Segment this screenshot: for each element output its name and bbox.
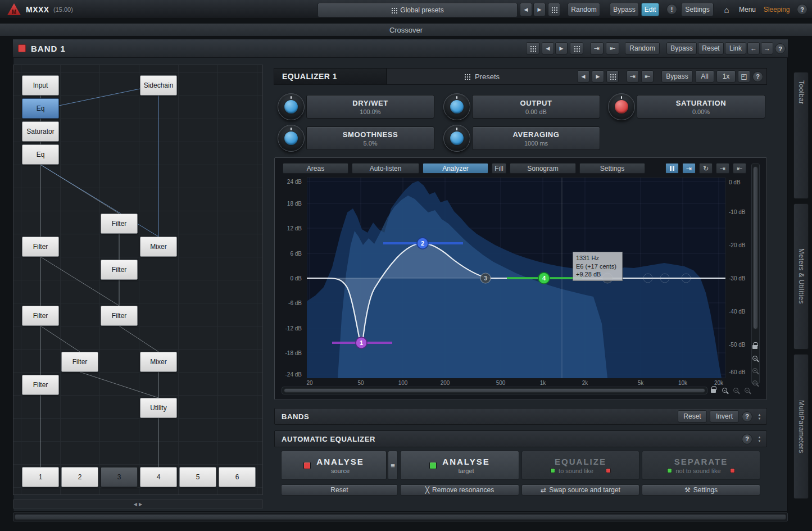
band-help-button[interactable]: ? xyxy=(775,43,786,54)
bands-reset-button[interactable]: Reset xyxy=(678,410,707,423)
zoom-lock-icon[interactable] xyxy=(752,345,757,349)
graph-vertical-scrollbar[interactable] xyxy=(751,164,760,384)
smoothness-value-panel[interactable]: SMOOTHNESS 5.0% xyxy=(306,126,434,150)
band-morph-in-icon[interactable]: ⇥ xyxy=(590,42,604,55)
bands-help-button[interactable]: ? xyxy=(742,411,752,422)
bypass-button[interactable]: Bypass xyxy=(610,3,639,16)
output-slot-4[interactable]: 4 xyxy=(140,467,177,487)
tab-settings[interactable]: Settings xyxy=(579,163,645,174)
saturation-value-panel[interactable]: SATURATION 0.00% xyxy=(637,95,765,119)
auto-eq-settings-button[interactable]: ⚒ Settings xyxy=(642,484,760,496)
output-knob[interactable] xyxy=(443,93,470,120)
zoom-out-icon[interactable] xyxy=(752,368,757,373)
settings-button[interactable]: Settings xyxy=(681,3,714,16)
saturation-knob[interactable] xyxy=(608,93,635,120)
eq-preset-manager-button[interactable] xyxy=(606,70,619,83)
band-morph-out-icon[interactable]: ⇤ xyxy=(606,42,619,55)
auto-eq-collapse-spinner[interactable]: ▲▼ xyxy=(755,432,764,446)
h-zoom-lock-icon[interactable] xyxy=(711,389,716,393)
analyse-source-menu-button[interactable]: ≡ xyxy=(388,451,398,480)
equalizer-title[interactable]: EQUALIZER 1 xyxy=(274,69,387,84)
prev-global-preset-button[interactable]: ◀ xyxy=(520,3,532,16)
panel-resize-handle[interactable]: ◀ ▶ xyxy=(13,499,263,509)
bands-collapse-spinner[interactable]: ▲▼ xyxy=(755,410,764,423)
zoom-in-icon[interactable] xyxy=(752,356,757,361)
meters-utilities-panel-tab[interactable]: Meters & Utilities xyxy=(793,203,809,350)
band-reset-button[interactable]: Reset xyxy=(698,42,724,55)
band-next-preset-button[interactable]: ▶ xyxy=(555,42,568,55)
multiparameters-panel-tab[interactable]: MultiParameters xyxy=(793,354,809,499)
output-slot-2[interactable]: 2 xyxy=(61,467,98,487)
band-random-button[interactable]: Random xyxy=(625,42,660,55)
bands-invert-button[interactable]: Invert xyxy=(710,410,739,423)
eq-multiplier-button[interactable]: 1x xyxy=(716,70,736,83)
smoothness-knob[interactable] xyxy=(278,125,305,152)
zoom-reset-icon[interactable] xyxy=(752,380,757,385)
h-zoom-in-icon[interactable] xyxy=(722,388,727,393)
export-button[interactable]: ⇥ xyxy=(716,163,729,174)
eq-bypass-button[interactable]: Bypass xyxy=(661,70,693,83)
info-icon[interactable]: ! xyxy=(666,4,677,15)
analyse-target-button[interactable]: ANALYSE target xyxy=(400,451,519,480)
analyse-source-button[interactable]: ANALYSE source xyxy=(281,451,387,480)
module-filter[interactable]: Filter xyxy=(61,352,98,372)
eq-plot[interactable]: 1 2 3 4 xyxy=(307,178,725,378)
module-filter[interactable]: Filter xyxy=(22,375,59,395)
module-filter[interactable]: Filter xyxy=(101,306,138,326)
sleeping-indicator[interactable]: Sleeping xyxy=(760,3,793,16)
global-presets-button[interactable]: Global presets xyxy=(317,3,518,17)
auto-eq-help-button[interactable]: ? xyxy=(742,434,752,444)
output-slot-5[interactable]: 5 xyxy=(179,467,216,487)
averaging-value-panel[interactable]: AVERAGING 1000 ms xyxy=(472,126,600,150)
normalize-button[interactable]: ⇥ xyxy=(682,163,696,174)
eq-detach-icon[interactable]: ◰ xyxy=(738,70,750,83)
next-band-button[interactable]: → xyxy=(761,42,773,55)
swap-source-target-button[interactable]: ⇄ Swap source and target xyxy=(521,484,639,496)
module-utility[interactable]: Utility xyxy=(140,398,177,418)
import-button[interactable]: ⇤ xyxy=(733,163,746,174)
graph-horizontal-scrollbar[interactable] xyxy=(282,387,707,394)
eq-morph-out-icon[interactable]: ⇤ xyxy=(641,70,654,83)
eq-all-button[interactable]: All xyxy=(695,70,714,83)
eq-next-preset-button[interactable]: ▶ xyxy=(592,70,604,83)
averaging-knob[interactable] xyxy=(443,125,470,152)
band-window-button[interactable] xyxy=(570,42,583,55)
eq-prev-preset-button[interactable]: ◀ xyxy=(577,70,589,83)
menu-button[interactable]: Menu xyxy=(735,3,760,16)
separate-button[interactable]: SEPARATE not to sound like xyxy=(642,451,760,480)
home-icon[interactable]: ⌂ xyxy=(720,3,733,16)
equalize-button[interactable]: EQUALIZE to sound like xyxy=(521,451,639,480)
next-global-preset-button[interactable]: ▶ xyxy=(533,3,546,16)
tab-sonogram[interactable]: Sonogram xyxy=(510,163,576,174)
preset-manager-button[interactable] xyxy=(548,3,560,16)
random-button[interactable]: Random xyxy=(568,3,600,16)
tab-areas[interactable]: Areas xyxy=(283,163,348,174)
module-mixer[interactable]: Mixer xyxy=(140,237,177,257)
pause-analyzer-button[interactable] xyxy=(665,163,679,174)
dry-wet-knob[interactable] xyxy=(278,93,305,120)
toolbar-panel-tab[interactable]: Toolbar xyxy=(793,72,809,199)
edit-button[interactable]: Edit xyxy=(641,3,659,16)
module-mixer[interactable]: Mixer xyxy=(140,352,177,372)
remove-resonances-button[interactable]: ╳ Remove resonances xyxy=(400,484,519,496)
module-filter[interactable]: Filter xyxy=(22,237,59,257)
eq-help-button[interactable]: ? xyxy=(752,71,763,82)
module-eq[interactable]: Eq xyxy=(22,144,59,165)
module-filter[interactable]: Filter xyxy=(22,306,59,326)
band-bypass-button[interactable]: Bypass xyxy=(666,42,697,55)
band-color-swatch[interactable] xyxy=(18,44,26,52)
module-sidechain[interactable]: Sidechain xyxy=(140,75,177,96)
h-zoom-out-icon[interactable] xyxy=(733,388,738,393)
equalizer-presets-button[interactable]: Presets xyxy=(387,72,577,81)
tab-fill[interactable]: Fill xyxy=(492,163,506,174)
output-slot-1[interactable]: 1 xyxy=(22,467,59,487)
module-eq-selected[interactable]: Eq xyxy=(22,98,59,119)
prev-band-button[interactable]: ← xyxy=(747,42,760,55)
module-input[interactable]: Input xyxy=(22,75,59,96)
band-presets-button[interactable] xyxy=(526,42,539,55)
module-graph-panel[interactable]: Input Sidechain Eq Saturator Eq Filter F… xyxy=(13,65,263,495)
band-link-button[interactable]: Link xyxy=(725,42,746,55)
window-horizontal-scrollbar[interactable] xyxy=(13,512,788,521)
module-filter[interactable]: Filter xyxy=(101,260,138,280)
h-zoom-reset-icon[interactable] xyxy=(745,388,750,393)
